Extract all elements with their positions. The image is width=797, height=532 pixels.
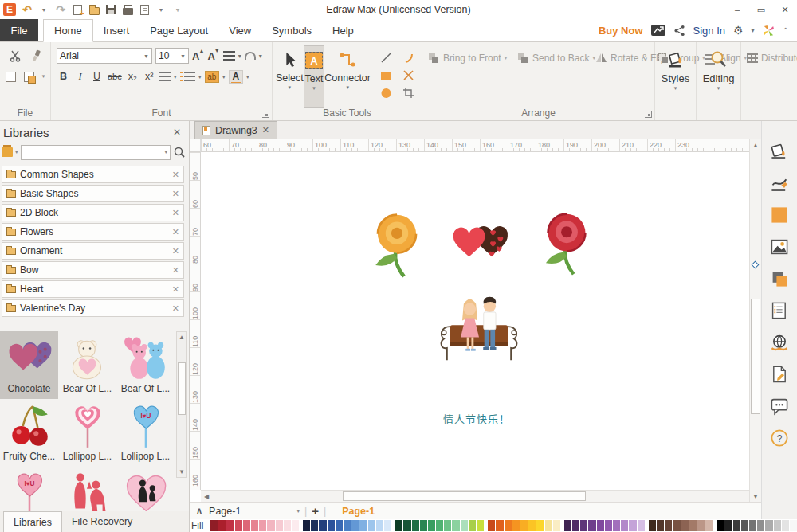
color-swatch[interactable] — [536, 520, 544, 531]
customize-toolbar-icon[interactable]: ▿ — [172, 3, 183, 16]
scrollbar-thumb[interactable] — [178, 362, 186, 415]
color-swatch[interactable] — [528, 520, 536, 531]
cross-tool-icon[interactable] — [398, 66, 418, 84]
close-icon[interactable]: ✕ — [172, 265, 179, 276]
scroll-left-icon[interactable]: ◀ — [201, 493, 212, 500]
font-color-icon[interactable]: A — [229, 70, 243, 84]
libraries-close-icon[interactable]: ✕ — [173, 127, 181, 138]
color-swatch[interactable] — [319, 520, 326, 531]
red-rose-shape[interactable] — [540, 211, 593, 276]
close-icon[interactable]: ✕ — [172, 208, 179, 218]
close-icon[interactable]: ✕ — [172, 284, 179, 295]
note-icon[interactable] — [770, 301, 789, 320]
color-swatch[interactable] — [376, 520, 383, 531]
library-item-bear-of-l[interactable]: Bear Of L... — [116, 331, 175, 399]
color-swatch[interactable] — [681, 520, 689, 531]
color-swatch[interactable] — [452, 520, 459, 531]
horizontal-scrollbar[interactable]: ◀ — [201, 490, 749, 502]
color-swatch[interactable] — [689, 520, 697, 531]
search-icon[interactable] — [173, 146, 186, 158]
color-swatch[interactable] — [384, 520, 391, 531]
quick-form-button[interactable] — [139, 3, 150, 16]
close-icon[interactable]: ✕ — [172, 227, 179, 237]
color-swatch[interactable] — [444, 520, 451, 531]
color-swatch[interactable] — [782, 520, 789, 531]
page-tab-active[interactable]: Page-1 — [331, 506, 375, 517]
color-swatch[interactable] — [545, 520, 552, 531]
scroll-down-icon[interactable]: ▼ — [750, 491, 761, 502]
color-swatch[interactable] — [724, 520, 732, 531]
pinwheel-logo-icon[interactable] — [763, 25, 775, 37]
color-swatch[interactable] — [344, 520, 351, 531]
tab-view[interactable]: View — [218, 19, 261, 41]
color-swatch[interactable] — [621, 520, 628, 531]
select-tool-button[interactable]: Select ▾ — [276, 45, 304, 108]
editing-button[interactable]: Editing ▾ — [700, 45, 737, 92]
highlight-dropdown-icon[interactable]: ▾ — [222, 73, 226, 80]
library-scrollbar[interactable]: ▲ ▼ — [176, 331, 187, 478]
color-swatch[interactable] — [259, 520, 266, 531]
color-swatch[interactable] — [368, 520, 375, 531]
export-icon[interactable] — [651, 25, 665, 36]
color-swatch[interactable] — [235, 520, 242, 531]
library-section-valentine-s-day[interactable]: Valentine's Day✕ — [2, 299, 184, 317]
arrange-send-to-back-button[interactable]: Send to Back▾ — [518, 49, 596, 67]
color-swatch[interactable] — [790, 520, 797, 531]
arrange-rotate-flip-button[interactable]: Rotate & Flip▾ — [596, 49, 658, 67]
color-swatch[interactable] — [461, 520, 468, 531]
copy-icon[interactable] — [6, 72, 16, 82]
scrollbar-thumb[interactable] — [343, 491, 586, 501]
color-swatch[interactable] — [395, 520, 402, 531]
color-swatch[interactable] — [226, 520, 234, 531]
line-style-icon[interactable] — [770, 174, 789, 193]
yellow-rose-shape[interactable] — [368, 213, 426, 278]
crop-tool-icon[interactable] — [398, 84, 418, 101]
color-swatch[interactable] — [477, 520, 484, 531]
abc-toggle-button[interactable]: abc — [107, 69, 123, 84]
print-button[interactable] — [122, 3, 133, 16]
settings-gear-icon[interactable]: ⚙ — [733, 24, 744, 37]
greeting-text[interactable]: 情人节快乐！ — [443, 411, 510, 426]
library-section-bow[interactable]: Bow✕ — [2, 261, 184, 279]
library-section-2d-block[interactable]: 2D Block✕ — [2, 204, 184, 221]
color-swatch[interactable] — [733, 520, 740, 531]
minimize-button[interactable]: – — [725, 1, 749, 18]
styles-button[interactable]: Styles ▾ — [658, 45, 693, 92]
panel-tab-libraries[interactable]: Libraries — [3, 511, 62, 532]
panel-tab-file-recovery[interactable]: File Recovery — [62, 511, 142, 532]
color-swatch[interactable] — [572, 520, 579, 531]
paste-dropdown-icon[interactable]: ▾ — [42, 73, 45, 80]
color-swatch[interactable] — [553, 520, 560, 531]
color-swatch[interactable] — [629, 520, 636, 531]
picture-icon[interactable] — [770, 237, 789, 256]
color-swatch[interactable] — [613, 520, 620, 531]
align-text-icon[interactable] — [223, 51, 235, 61]
document-tab[interactable]: Drawing3 ✕ — [194, 121, 277, 139]
add-page-button[interactable]: + — [312, 504, 319, 518]
layers-icon[interactable] — [770, 269, 789, 288]
color-swatch[interactable] — [359, 520, 367, 531]
color-swatch[interactable] — [292, 520, 299, 531]
library-section-flowers[interactable]: Flowers✕ — [2, 223, 184, 241]
color-swatch[interactable] — [741, 520, 748, 531]
font-color-dropdown-icon[interactable]: ▾ — [246, 73, 249, 80]
color-swatch[interactable] — [757, 520, 764, 531]
color-swatch[interactable] — [717, 520, 724, 531]
color-swatch[interactable] — [496, 520, 503, 531]
paste-icon[interactable] — [24, 72, 34, 82]
color-swatch[interactable] — [512, 520, 520, 531]
scrollbar-thumb[interactable] — [751, 299, 760, 414]
fill-style-icon[interactable] — [770, 142, 789, 161]
color-swatch[interactable] — [428, 520, 435, 531]
undo-dropdown-icon[interactable]: ▾ — [38, 3, 49, 16]
font-family-select[interactable]: Arial▼ — [57, 48, 152, 64]
color-swatch[interactable] — [284, 520, 291, 531]
rectangle-tool-icon[interactable] — [375, 66, 396, 84]
color-swatch[interactable] — [403, 520, 410, 531]
bullet-list-dropdown-icon[interactable]: ▾ — [198, 73, 202, 80]
color-swatch[interactable] — [251, 520, 258, 531]
color-swatch[interactable] — [605, 520, 612, 531]
library-item-lollipop-l[interactable]: Lollipop L... — [58, 399, 116, 467]
color-swatch[interactable] — [649, 520, 656, 531]
color-swatch[interactable] — [243, 520, 250, 531]
